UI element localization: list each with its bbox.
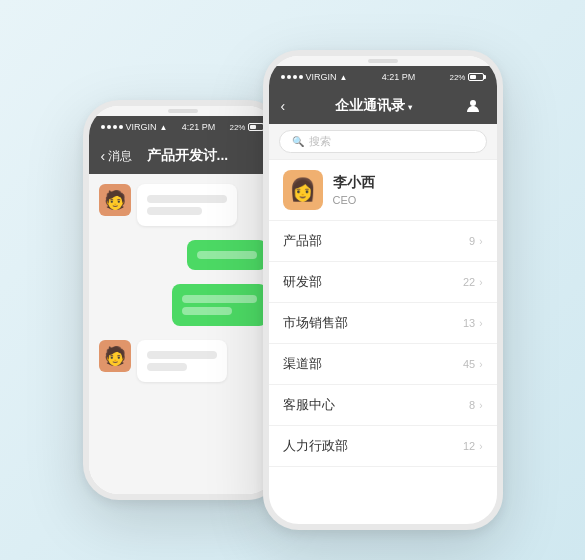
svg-point-0 (470, 100, 476, 106)
dept-count: 12 (463, 440, 475, 452)
chevron-right-icon: › (479, 318, 482, 329)
chevron-right-icon: › (479, 400, 482, 411)
battery-left: 22% (229, 123, 264, 132)
message-row (99, 284, 267, 326)
person-icon: 🧑 (104, 345, 126, 367)
dept-count: 22 (463, 276, 475, 288)
dept-name: 产品部 (283, 232, 322, 250)
wifi-icon-right: ▲ (340, 73, 348, 82)
messages-area: 🧑 (89, 174, 277, 500)
status-left-right: VIRGIN ▲ (281, 72, 348, 82)
back-button-right[interactable]: ‹ (281, 99, 286, 114)
dept-right: 8 › (469, 399, 482, 411)
dept-name: 人力行政部 (283, 437, 348, 455)
dept-list-item[interactable]: 客服中心 8 › (269, 385, 497, 426)
dept-right: 9 › (469, 235, 482, 247)
search-bar: 🔍 搜索 (269, 124, 497, 160)
search-placeholder: 搜索 (309, 134, 331, 149)
speaker (168, 109, 198, 113)
person-icon: 🧑 (104, 189, 126, 211)
left-phone: VIRGIN ▲ 4:21 PM 22% ‹ 消息 产品开发讨... (83, 100, 283, 500)
nav-right-placeholder (243, 145, 265, 167)
back-label: 消息 (108, 148, 132, 165)
chevron-right-icon: › (479, 277, 482, 288)
dept-list-item[interactable]: 产品部 9 › (269, 221, 497, 262)
dept-name: 渠道部 (283, 355, 322, 373)
nav-title-right[interactable]: 企业通讯录 ▾ (335, 97, 412, 115)
dept-right: 12 › (463, 440, 483, 452)
signal-dots-right (281, 75, 303, 79)
contact-header[interactable]: 👩 李小西 CEO (269, 160, 497, 221)
carrier-left: VIRGIN (126, 122, 157, 132)
avatar: 🧑 (99, 184, 131, 216)
wifi-icon: ▲ (160, 123, 168, 132)
contact-avatar: 👩 (283, 170, 323, 210)
search-icon: 🔍 (292, 136, 304, 147)
back-chevron: ‹ (101, 148, 106, 164)
battery-icon-right (468, 73, 484, 81)
bubble-white (137, 340, 227, 382)
dept-list-item[interactable]: 渠道部 45 › (269, 344, 497, 385)
carrier-right: VIRGIN (306, 72, 337, 82)
message-row (99, 240, 267, 270)
dept-right: 22 › (463, 276, 483, 288)
message-row: 🧑 (99, 184, 267, 226)
signal-dots (101, 125, 123, 129)
back-button-left[interactable]: ‹ 消息 (101, 148, 133, 165)
nav-bar-right: ‹ 企业通讯录 ▾ (269, 88, 497, 124)
dept-list-item[interactable]: 研发部 22 › (269, 262, 497, 303)
dept-list-item[interactable]: 市场销售部 13 › (269, 303, 497, 344)
nav-bar-left: ‹ 消息 产品开发讨... (89, 138, 277, 174)
search-input[interactable]: 🔍 搜索 (279, 130, 487, 153)
nav-title-left: 产品开发讨... (147, 147, 229, 165)
bubble-green (172, 284, 267, 326)
dept-count: 45 (463, 358, 475, 370)
chevron-down-icon: ▾ (408, 103, 412, 112)
chevron-right-icon: › (479, 236, 482, 247)
dept-right: 45 › (463, 358, 483, 370)
contact-title: CEO (333, 194, 375, 206)
status-bar-left: VIRGIN ▲ 4:21 PM 22% (89, 116, 277, 138)
dept-right: 13 › (463, 317, 483, 329)
department-list: 产品部 9 › 研发部 22 › 市场销售部 13 › 渠道部 45 › 客服中… (269, 221, 497, 467)
contact-avatar-icon: 👩 (289, 177, 316, 203)
dept-list-item[interactable]: 人力行政部 12 › (269, 426, 497, 467)
user-nav-icon[interactable] (462, 95, 484, 117)
time-right: 4:21 PM (382, 72, 416, 82)
bubble-white (137, 184, 237, 226)
battery-right: 22% (449, 73, 484, 82)
avatar: 🧑 (99, 340, 131, 372)
dept-count: 9 (469, 235, 475, 247)
user-icon (465, 98, 481, 114)
phone-top-notch (89, 106, 277, 116)
contact-name: 李小西 (333, 174, 375, 192)
back-chevron-right: ‹ (281, 98, 286, 114)
contact-info: 李小西 CEO (333, 174, 375, 206)
dept-count: 13 (463, 317, 475, 329)
speaker-right (368, 59, 398, 63)
time-left: 4:21 PM (182, 122, 216, 132)
phone-top-notch-right (269, 56, 497, 66)
right-phone: VIRGIN ▲ 4:21 PM 22% ‹ 企业通讯录 ▾ (263, 50, 503, 530)
bubble-green (187, 240, 267, 270)
dept-name: 客服中心 (283, 396, 335, 414)
dept-name: 市场销售部 (283, 314, 348, 332)
dept-count: 8 (469, 399, 475, 411)
chevron-right-icon: › (479, 359, 482, 370)
status-bar-left-section: VIRGIN ▲ (101, 122, 168, 132)
chevron-right-icon: › (479, 441, 482, 452)
status-bar-right: VIRGIN ▲ 4:21 PM 22% (269, 66, 497, 88)
dept-name: 研发部 (283, 273, 322, 291)
message-row: 🧑 (99, 340, 267, 382)
